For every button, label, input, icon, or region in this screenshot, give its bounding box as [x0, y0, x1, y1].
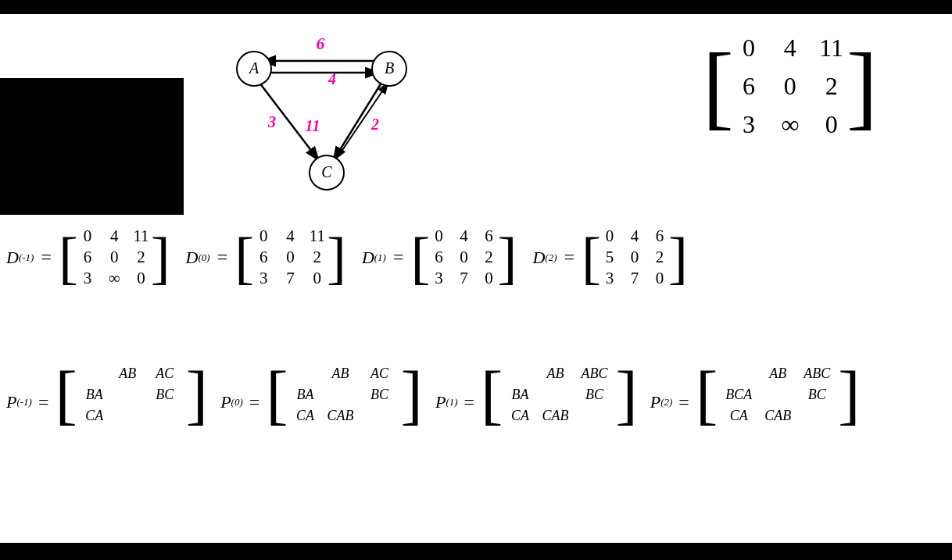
black-rect: [0, 78, 184, 215]
matrix-cell: 0: [133, 269, 149, 288]
matrix-cell: CA: [504, 408, 535, 424]
matrix-cell: ∞: [106, 269, 122, 288]
matrix-cell: BC: [574, 387, 614, 403]
matrix-cell: BA: [504, 387, 535, 403]
matrix-cell: 6: [256, 248, 271, 267]
bracket-right: ]: [497, 228, 517, 287]
matrix-cell: AB: [758, 366, 797, 382]
matrix-cell: 0: [653, 269, 667, 288]
p-matrix-label-2: P(1): [435, 392, 458, 412]
p-matrix-label-3: P(2): [650, 392, 673, 412]
bracket-left: [: [55, 362, 77, 428]
svg-text:A: A: [248, 59, 259, 77]
matrix-cell: CAB: [758, 408, 797, 424]
matrix-cell: 0: [80, 226, 95, 246]
matrix-cell: CA: [290, 408, 321, 424]
d-matrices-row: D(-1)=[04116023∞0]D(0)=[0411602370]D(1)=…: [6, 223, 688, 291]
matrix-cell: 2: [819, 72, 843, 101]
matrix-cell: [79, 366, 110, 382]
matrix-cell: [758, 387, 797, 403]
sm-grid-2: 046602370: [430, 223, 497, 291]
matrix-cell: [110, 408, 145, 424]
matrix-cell: 6: [737, 72, 761, 101]
matrix-cell: CA: [719, 408, 758, 424]
matrix-cell: 0: [628, 248, 642, 267]
matrix-cell: 0: [310, 269, 325, 288]
matrix-cell: 7: [282, 269, 298, 288]
matrix-cell: 0: [431, 226, 446, 246]
bracket-left: [: [59, 228, 78, 287]
p-matrix-1: [ABACBABCCACAB]: [266, 361, 423, 429]
matrix-cell: BA: [79, 387, 110, 403]
bracket-left: [: [696, 362, 718, 428]
matrix-cell: BA: [290, 387, 321, 403]
pm-grid-1: ABACBABCCACAB: [288, 361, 401, 429]
matrix-cell: AB: [110, 366, 145, 382]
bracket-right: ]: [186, 362, 208, 428]
matrix-cell: AC: [360, 366, 399, 382]
matrix-cell: ABC: [797, 366, 836, 382]
eq-sign-2: =: [393, 247, 404, 268]
bottom-bar: [0, 543, 952, 560]
matrix-cell: CAB: [535, 408, 574, 424]
graph-svg: A B C 6 4 3 11 2: [188, 14, 516, 213]
matrix-cell: CA: [79, 408, 110, 424]
eq-sign-0: =: [41, 247, 52, 268]
graph-area: A B C 6 4 3 11 2: [188, 14, 516, 217]
matrix-cell: 0: [737, 34, 761, 62]
matrix-cell: AC: [145, 366, 184, 382]
matrix-cell: 3: [431, 269, 446, 288]
matrix-cell: 0: [256, 226, 271, 246]
matrix-cell: [535, 387, 574, 403]
matrix-cell: [110, 387, 145, 403]
matrix-cell: BC: [360, 387, 399, 403]
matrix-cell: 7: [628, 269, 642, 288]
matrix-cell: 0: [819, 110, 843, 139]
matrix-cell: ABC: [574, 366, 614, 382]
p-matrix-label-0: P(-1): [6, 392, 32, 412]
matrix-cell: CAB: [321, 408, 360, 424]
matrix-cell: 0: [481, 269, 496, 288]
p-matrix-3: [ABABCBCABCCACAB]: [696, 361, 861, 429]
bracket-right: ]: [327, 228, 346, 287]
bracket-right: ]: [401, 362, 423, 428]
sm-grid-1: 0411602370: [254, 223, 327, 291]
d-matrix-0: [04116023∞0]: [59, 223, 170, 291]
svg-text:2: 2: [370, 116, 379, 133]
d-matrix-label-3: D(2): [532, 248, 557, 268]
matrix-cell: 6: [653, 226, 667, 246]
matrix-cell: 4: [778, 34, 802, 62]
eq-sign-1: =: [217, 247, 228, 268]
matrix-cell: [719, 366, 758, 382]
pm-grid-0: ABACBABCCA: [77, 361, 186, 429]
matrix-cell: 3: [737, 110, 761, 139]
matrix-cell: 3: [80, 269, 95, 288]
bracket-left: [: [481, 362, 503, 428]
matrix-cell: 2: [481, 248, 496, 267]
sm-grid-0: 04116023∞0: [78, 223, 151, 291]
pm-grid-2: ABABCBABCCACAB: [503, 361, 615, 429]
matrix-cell: 11: [310, 226, 325, 246]
matrix-cell: 5: [603, 248, 617, 267]
top-right-matrix-grid: 04116023∞0: [734, 27, 846, 145]
p-matrices-row: P(-1)=[ABACBABCCA]P(0)=[ABACBABCCACAB]P(…: [6, 361, 861, 429]
bracket-right: ]: [846, 40, 878, 134]
matrix-cell: 3: [603, 269, 617, 288]
svg-text:3: 3: [267, 113, 276, 130]
matrix-cell: 11: [133, 226, 149, 246]
p-eq-sign-3: =: [678, 392, 689, 413]
matrix-cell: BCA: [719, 387, 758, 403]
p-eq-sign-0: =: [38, 392, 49, 413]
matrix-cell: BC: [797, 387, 836, 403]
matrix-cell: 6: [431, 248, 446, 267]
d-matrix-3: [046502370]: [582, 223, 688, 291]
matrix-cell: 2: [653, 248, 667, 267]
d-matrix-2: [046602370]: [411, 223, 517, 291]
matrix-cell: 6: [481, 226, 496, 246]
matrix-cell: 0: [778, 72, 802, 101]
matrix-cell: AB: [321, 366, 360, 382]
top-bar: [0, 0, 952, 14]
matrix-cell: 7: [456, 269, 471, 288]
matrix-cell: 6: [80, 248, 95, 267]
matrix-cell: [290, 366, 321, 382]
